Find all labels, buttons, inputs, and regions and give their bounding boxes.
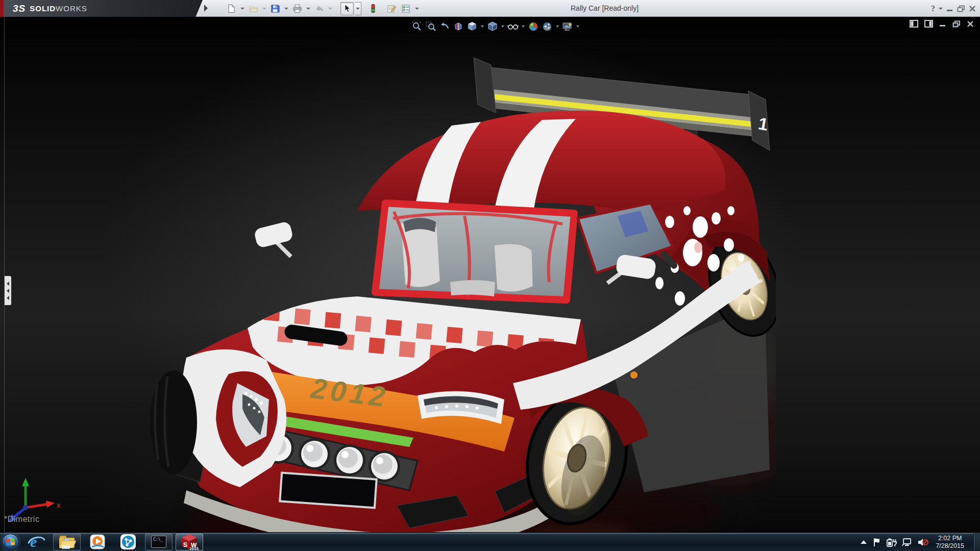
brand-text-bold: SOLID — [30, 4, 56, 13]
network-status-button[interactable] — [902, 538, 912, 547]
show-hidden-icons-button[interactable] — [860, 540, 867, 545]
apply-scene-dropdown[interactable] — [555, 20, 560, 33]
split-pane-left-button[interactable] — [910, 20, 918, 28]
doc-restore-button[interactable] — [952, 20, 961, 28]
windows-explorer-button[interactable] — [53, 534, 81, 550]
start-button[interactable] — [0, 533, 20, 551]
windows-start-icon — [2, 534, 19, 550]
view-orientation-icon — [467, 21, 477, 32]
open-document-dropdown[interactable] — [261, 2, 267, 15]
command-prompt-button[interactable]: C:\_ — [145, 534, 173, 550]
taskbar: e — [0, 532, 980, 551]
windows-explorer-icon — [58, 534, 76, 549]
save-button[interactable] — [268, 2, 282, 15]
print-dropdown[interactable] — [305, 2, 311, 15]
internet-explorer-button[interactable]: e — [22, 534, 50, 550]
close-button[interactable] — [969, 3, 976, 14]
power-button[interactable] — [887, 538, 897, 547]
close-icon — [969, 5, 976, 12]
new-document-button[interactable] — [225, 2, 238, 15]
heads-up-view-toolbar — [411, 19, 580, 34]
split-pane-right-icon — [924, 20, 933, 28]
view-settings-button[interactable] — [561, 20, 574, 33]
section-view-icon — [453, 21, 463, 32]
edit-appearance-button[interactable] — [527, 20, 540, 33]
undo-icon — [314, 4, 324, 13]
network-app-button[interactable] — [114, 534, 142, 550]
print-button[interactable] — [290, 2, 304, 15]
previous-view-icon — [439, 21, 450, 32]
undo-button[interactable] — [312, 2, 326, 15]
hood-front: 2012 — [169, 296, 600, 550]
network-app-icon — [120, 534, 136, 550]
viewport-left-splitter[interactable] — [4, 17, 5, 532]
doc-close-icon — [967, 20, 974, 28]
minimize-icon — [946, 6, 953, 12]
display-style-dropdown[interactable] — [500, 20, 505, 33]
split-pane-right-button[interactable] — [924, 20, 933, 28]
rebuild-button[interactable] — [366, 2, 380, 15]
select-tool-dropdown[interactable] — [355, 2, 361, 15]
doc-minimize-icon — [939, 21, 946, 27]
rebuild-traffic-light-icon — [370, 4, 376, 13]
media-player-icon — [89, 534, 106, 550]
hide-show-items-glasses-icon — [507, 21, 519, 32]
view-orientation-label: *Dimetric — [4, 515, 39, 524]
volume-muted-icon — [917, 538, 928, 547]
zoom-to-fit-button[interactable] — [411, 20, 423, 33]
triad-x-label: x — [57, 500, 61, 509]
view-orientation-button[interactable] — [466, 20, 478, 33]
action-center-flag-icon — [872, 538, 881, 547]
restore-button[interactable] — [957, 3, 965, 14]
select-tool-button[interactable] — [340, 2, 354, 15]
view-settings-dropdown[interactable] — [575, 20, 580, 33]
apply-scene-button[interactable] — [541, 20, 553, 33]
action-center-button[interactable] — [872, 538, 881, 547]
license-plate — [280, 473, 376, 508]
section-view-button[interactable] — [452, 20, 464, 33]
solidworks-logo[interactable]: 3S SOLIDWORKS — [4, 0, 203, 17]
previous-view-button[interactable] — [438, 20, 451, 33]
solidworks-2015-icon: S W 2015 — [181, 534, 198, 550]
minimize-button[interactable] — [946, 3, 953, 14]
menu-expand-arrow-icon[interactable] — [204, 5, 208, 12]
display-style-button[interactable] — [486, 20, 499, 33]
feature-manager-collapsed-tab[interactable] — [5, 276, 11, 305]
hide-show-items-dropdown[interactable] — [521, 20, 526, 33]
file-properties-button[interactable] — [385, 2, 398, 15]
options-dropdown[interactable] — [413, 2, 420, 15]
show-desktop-button[interactable] — [973, 533, 980, 551]
taskbar-apps: e — [22, 533, 203, 551]
zoom-to-area-button[interactable] — [425, 20, 437, 33]
volume-button[interactable] — [917, 538, 928, 547]
help-dropdown[interactable] — [939, 3, 943, 14]
brand-text-light: WORKS — [56, 4, 87, 13]
solidworks-2015-button[interactable]: S W 2015 — [176, 534, 203, 550]
hide-show-items-button[interactable] — [507, 20, 519, 33]
media-player-button[interactable] — [84, 534, 111, 550]
options-icon — [401, 4, 411, 13]
taskbar-clock[interactable]: 2:02 PM 7/28/2015 — [936, 535, 964, 550]
apply-scene-icon — [542, 21, 552, 32]
zoom-to-fit-icon — [412, 21, 422, 32]
view-orientation-dropdown[interactable] — [480, 20, 485, 33]
graphics-viewport[interactable]: 1 — [0, 17, 980, 532]
undo-dropdown[interactable] — [327, 2, 333, 15]
car-3d-model[interactable]: 1 — [138, 42, 776, 551]
help-button[interactable]: ? — [931, 3, 935, 14]
open-document-button[interactable] — [247, 2, 260, 15]
restore-icon — [957, 5, 965, 12]
doc-close-button[interactable] — [967, 20, 974, 28]
new-document-dropdown[interactable] — [239, 2, 246, 15]
doc-minimize-button[interactable] — [939, 21, 946, 27]
file-properties-icon — [387, 4, 397, 13]
options-button[interactable] — [399, 2, 412, 15]
save-dropdown[interactable] — [283, 2, 289, 15]
window-title: Rally Car [Read-only] — [571, 4, 639, 12]
window-controls: ? — [931, 0, 976, 17]
clock-time: 2:02 PM — [936, 535, 964, 542]
main-toolbar — [225, 0, 420, 17]
titlebar-red-edge — [0, 0, 4, 17]
front-left-wheel — [150, 370, 197, 474]
document-window-controls — [910, 20, 974, 28]
